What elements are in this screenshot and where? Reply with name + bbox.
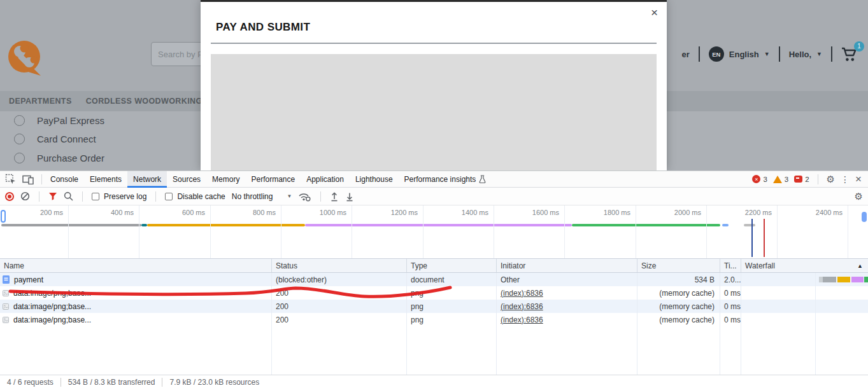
request-size: (memory cache) bbox=[637, 286, 720, 300]
payment-option-row: Card Connect bbox=[14, 134, 96, 144]
column-header-type[interactable]: Type bbox=[407, 259, 497, 272]
warnings-indicator[interactable]: 3 bbox=[773, 176, 788, 183]
column-header-waterfall[interactable]: Waterfall ▲ bbox=[741, 259, 868, 272]
tab-lighthouse[interactable]: Lighthouse bbox=[350, 171, 399, 188]
modal-content-placeholder bbox=[211, 54, 657, 170]
language-badge: EN bbox=[709, 46, 724, 62]
filter-icon[interactable] bbox=[48, 192, 57, 200]
timeline-band[interactable]: 200 ms400 ms600 ms800 ms1000 ms1200 ms14… bbox=[0, 205, 868, 258]
tab-console[interactable]: Console bbox=[45, 171, 84, 188]
overview-left-handle[interactable] bbox=[1, 210, 6, 223]
truncated-header-text: er bbox=[682, 50, 690, 59]
waterfall-segment-4 bbox=[851, 277, 864, 282]
settings-gear-icon[interactable]: ⚙ bbox=[827, 174, 835, 184]
devtools-panel: Console Elements Network Sources Memory … bbox=[0, 170, 868, 388]
toolbar-divider bbox=[320, 191, 321, 202]
shop-logo-wrench-icon[interactable] bbox=[8, 39, 42, 76]
tab-application[interactable]: Application bbox=[301, 171, 350, 188]
export-har-icon[interactable] bbox=[345, 191, 354, 202]
network-settings-gear-icon[interactable]: ⚙ bbox=[855, 191, 863, 201]
timeline-gridline bbox=[68, 205, 69, 258]
payment-option-label: Card Connect bbox=[37, 134, 96, 144]
radio-paypal-express[interactable] bbox=[14, 115, 25, 126]
request-size: (memory cache) bbox=[637, 300, 720, 313]
table-row-data-png-3[interactable]: data:image/png;base... 200 png (index):6… bbox=[0, 313, 868, 326]
preserve-log-control: Preserve log bbox=[92, 192, 146, 201]
status-resources: 7.9 kB / 23.0 kB resources bbox=[162, 378, 266, 387]
initiator-link[interactable]: (index):6836 bbox=[501, 289, 543, 298]
timeline-gridline bbox=[777, 205, 778, 258]
devtools-status-bar: 4 / 6 requests 534 B / 8.3 kB transferre… bbox=[0, 375, 868, 388]
overview-segment-5 bbox=[572, 224, 720, 226]
table-row-data-png-1[interactable]: data:image/png;base... 200 png (index):6… bbox=[0, 286, 868, 300]
cart-count-badge: 1 bbox=[854, 41, 864, 52]
request-status: 200 bbox=[272, 286, 407, 300]
table-row-payment[interactable]: payment (blocked:other) document Other 5… bbox=[0, 273, 868, 286]
errors-indicator[interactable]: × 3 bbox=[752, 175, 767, 183]
radio-card-connect[interactable] bbox=[14, 134, 25, 144]
timeline-tick-label: 2000 ms bbox=[660, 209, 701, 216]
throttling-select[interactable]: No throttling ▼ bbox=[232, 192, 292, 201]
disable-cache-checkbox[interactable] bbox=[165, 193, 173, 200]
table-empty-area bbox=[0, 326, 868, 375]
waterfall-gridline bbox=[815, 273, 816, 388]
requests-table-body: payment (blocked:other) document Other 5… bbox=[0, 273, 868, 326]
tab-performance-insights[interactable]: Performance insights bbox=[399, 171, 492, 188]
initiator-link[interactable]: (index):6836 bbox=[501, 302, 543, 311]
tab-memory[interactable]: Memory bbox=[206, 171, 245, 188]
initiator-link[interactable]: (index):6836 bbox=[501, 315, 543, 324]
radio-purchase-order[interactable] bbox=[14, 153, 25, 163]
modal-divider bbox=[211, 43, 657, 44]
disable-cache-control: Disable cache bbox=[165, 192, 225, 201]
tab-elements[interactable]: Elements bbox=[84, 171, 127, 188]
column-header-initiator[interactable]: Initiator bbox=[497, 259, 637, 272]
column-header-time[interactable]: Ti... bbox=[720, 259, 741, 272]
tab-network[interactable]: Network bbox=[127, 171, 167, 188]
language-label: English bbox=[729, 50, 759, 59]
request-time: 0 ms bbox=[720, 300, 741, 313]
timeline-tick-label: 2400 ms bbox=[802, 209, 843, 216]
search-icon[interactable] bbox=[64, 191, 73, 201]
network-conditions-icon[interactable] bbox=[298, 191, 311, 202]
domcontentloaded-marker bbox=[751, 219, 753, 257]
preserve-log-checkbox[interactable] bbox=[92, 193, 99, 200]
payment-option-label: Purchase Order bbox=[37, 153, 104, 163]
import-har-icon[interactable] bbox=[330, 191, 339, 202]
issues-count: 2 bbox=[805, 176, 809, 183]
request-status: 200 bbox=[272, 300, 407, 313]
payment-option-row: Purchase Order bbox=[14, 153, 104, 163]
waterfall-mini bbox=[0, 277, 868, 282]
language-selector[interactable]: EN English ▼ bbox=[709, 46, 770, 62]
timeline-gridline bbox=[352, 205, 352, 258]
image-icon bbox=[3, 317, 9, 323]
modal-close-icon[interactable]: × bbox=[651, 6, 658, 20]
toolbar-divider bbox=[39, 191, 39, 202]
tab-sources[interactable]: Sources bbox=[167, 171, 206, 188]
devtools-close-icon[interactable]: × bbox=[855, 173, 862, 186]
overview-segment-6 bbox=[722, 224, 729, 226]
table-row-data-png-2[interactable]: data:image/png;base... 200 png (index):6… bbox=[0, 300, 868, 313]
cart-button[interactable]: 1 bbox=[841, 47, 862, 62]
record-button[interactable] bbox=[5, 192, 14, 201]
overview-right-handle[interactable] bbox=[862, 212, 867, 222]
clear-button[interactable] bbox=[20, 191, 30, 201]
nav-item-cordless-woodworking[interactable]: CORDLESS WOODWORKING bbox=[86, 97, 203, 106]
timeline-gridline bbox=[848, 205, 848, 258]
column-header-size[interactable]: Size bbox=[637, 259, 720, 272]
column-header-name[interactable]: Name bbox=[0, 259, 272, 272]
issues-indicator[interactable]: 2 bbox=[794, 176, 809, 183]
nav-item-departments[interactable]: DEPARTMENTS bbox=[9, 97, 72, 106]
account-menu[interactable]: Hello, ▼ bbox=[789, 50, 822, 59]
toolbar-divider bbox=[41, 174, 42, 184]
preserve-log-label: Preserve log bbox=[104, 192, 146, 201]
device-toolbar-icon[interactable] bbox=[22, 174, 34, 184]
tab-performance[interactable]: Performance bbox=[245, 171, 301, 188]
screen: er EN English ▼ Hello, ▼ bbox=[0, 0, 868, 388]
request-time: 0 ms bbox=[720, 286, 741, 300]
inspect-element-icon[interactable] bbox=[5, 174, 16, 184]
more-options-icon[interactable]: ⋮ bbox=[841, 174, 850, 184]
timeline-tick-label: 800 ms bbox=[235, 209, 276, 216]
timeline-gridline bbox=[564, 205, 565, 258]
column-header-status[interactable]: Status bbox=[272, 259, 407, 272]
waterfall-segment-2 bbox=[823, 277, 836, 282]
